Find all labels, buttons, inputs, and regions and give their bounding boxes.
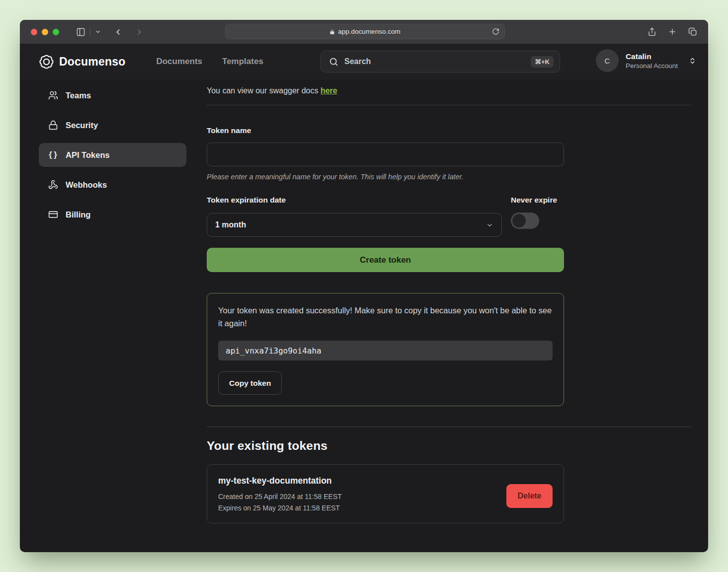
expiration-selected-value: 1 month xyxy=(215,220,246,229)
search-placeholder: Search xyxy=(344,57,531,66)
api-tokens-page: You can view our swagger docs here Token… xyxy=(186,79,708,523)
traffic-lights xyxy=(31,29,59,35)
settings-sidebar: Teams Security { } API Tokens Webhooks xyxy=(39,79,186,232)
sidebar-item-security[interactable]: Security xyxy=(39,113,186,137)
credit-card-icon xyxy=(48,210,59,219)
token-name-input[interactable] xyxy=(207,143,564,166)
chevron-down-icon[interactable] xyxy=(95,29,101,35)
nav-documents[interactable]: Documents xyxy=(156,57,202,67)
account-menu[interactable]: C Catalin Personal Account xyxy=(596,49,696,72)
sidebar-item-label: API Tokens xyxy=(66,150,110,160)
create-token-button[interactable]: Create token xyxy=(207,248,564,272)
never-expire-toggle[interactable] xyxy=(511,213,539,229)
address-bar[interactable]: app.documenso.com xyxy=(225,24,505,39)
reload-icon[interactable] xyxy=(492,28,499,35)
swagger-docs-text: You can view our swagger docs xyxy=(207,86,321,95)
users-icon xyxy=(48,90,59,100)
existing-tokens-heading: Your existing tokens xyxy=(207,439,691,453)
avatar-initial: C xyxy=(605,57,610,65)
account-name: Catalin xyxy=(626,52,678,61)
divider xyxy=(90,27,90,36)
swagger-docs-note: You can view our swagger docs here xyxy=(207,86,691,95)
account-type: Personal Account xyxy=(626,62,678,70)
browser-window: app.documenso.com Documenso Docum xyxy=(20,20,708,552)
sidebar-item-api-tokens[interactable]: { } API Tokens xyxy=(39,143,186,167)
copy-token-button[interactable]: Copy token xyxy=(218,371,282,395)
divider xyxy=(207,105,691,105)
close-window-button[interactable] xyxy=(31,29,37,35)
brand[interactable]: Documenso xyxy=(39,54,125,70)
chevrons-up-down-icon xyxy=(689,57,696,65)
never-expire-label: Never expire xyxy=(511,196,557,205)
sidebar-item-webhooks[interactable]: Webhooks xyxy=(39,173,186,197)
toggle-knob xyxy=(512,214,526,227)
token-name-label: Token name xyxy=(207,126,564,135)
delete-token-button[interactable]: Delete xyxy=(506,484,553,508)
token-created-message: Your token was created successfully! Mak… xyxy=(218,304,553,330)
lock-icon xyxy=(329,29,335,35)
lock-icon xyxy=(48,120,59,130)
browser-chrome: app.documenso.com xyxy=(20,20,708,44)
sidebar-item-teams[interactable]: Teams xyxy=(39,83,186,107)
forward-button[interactable] xyxy=(135,28,144,36)
chevron-down-icon xyxy=(486,221,493,229)
url-text: app.documenso.com xyxy=(338,28,400,35)
sidebar-item-label: Webhooks xyxy=(66,180,107,190)
nav-templates[interactable]: Templates xyxy=(222,57,263,67)
token-card-created: Created on 25 April 2024 at 11:58 EEST xyxy=(218,493,553,500)
token-card: my-test-key-documentation Created on 25 … xyxy=(207,464,564,523)
token-value: api_vnxa7i3go9oi4aha xyxy=(226,346,322,356)
back-button[interactable] xyxy=(114,28,122,36)
zoom-window-button[interactable] xyxy=(53,29,59,35)
new-tab-icon[interactable] xyxy=(668,27,677,36)
token-card-name: my-test-key-documentation xyxy=(218,476,553,486)
share-icon[interactable] xyxy=(647,27,656,36)
minimize-window-button[interactable] xyxy=(42,29,48,35)
top-nav: Documents Templates xyxy=(156,57,263,67)
token-expiration-label: Token expiration date xyxy=(207,196,502,205)
avatar: C xyxy=(596,49,619,72)
sidebar-toggle-icon[interactable] xyxy=(76,27,85,37)
brand-name: Documenso xyxy=(59,55,125,69)
token-created-panel: Your token was created successfully! Mak… xyxy=(207,293,564,406)
documenso-logo-icon xyxy=(39,54,54,70)
search-input[interactable]: Search ⌘+K xyxy=(321,51,560,72)
braces-icon: { } xyxy=(48,150,59,160)
token-name-hint: Please enter a meaningful name for your … xyxy=(207,173,564,181)
token-card-expires: Expires on 25 May 2024 at 11:58 EEST xyxy=(218,504,553,512)
swagger-docs-link[interactable]: here xyxy=(321,86,337,95)
sidebar-item-label: Teams xyxy=(66,91,91,100)
webhook-icon xyxy=(48,180,59,190)
search-icon xyxy=(329,57,338,67)
sidebar-item-label: Billing xyxy=(66,210,90,219)
token-value-field[interactable]: api_vnxa7i3go9oi4aha xyxy=(218,341,553,360)
app-header: Documenso Documents Templates Search ⌘+K… xyxy=(20,44,708,79)
tab-overview-icon[interactable] xyxy=(688,27,697,36)
expiration-select[interactable]: 1 month xyxy=(207,213,502,237)
search-shortcut-badge: ⌘+K xyxy=(531,56,554,68)
divider xyxy=(207,427,691,427)
sidebar-item-billing[interactable]: Billing xyxy=(39,203,186,226)
sidebar-item-label: Security xyxy=(66,121,98,130)
